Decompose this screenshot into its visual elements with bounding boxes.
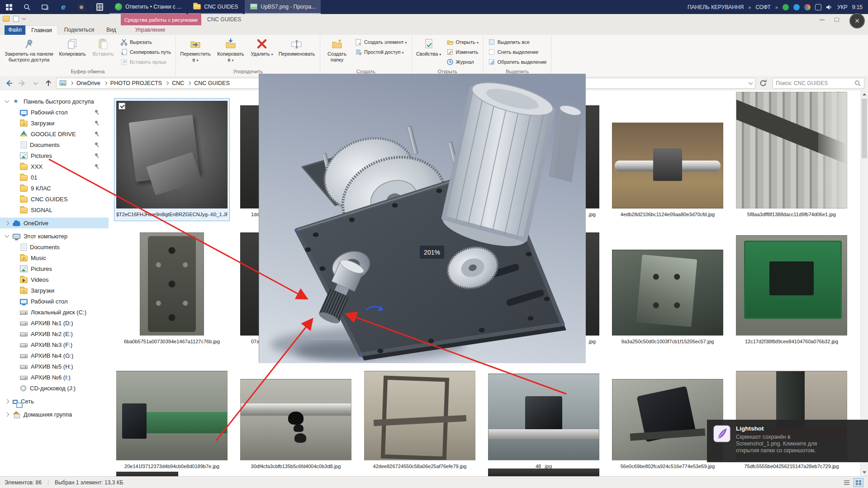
file-thumbnail[interactable] (736, 92, 847, 208)
file-thumbnail[interactable] (240, 379, 351, 460)
scrollbar-thumb[interactable] (862, 99, 867, 158)
sidebar-item-загрузки[interactable]: Загрузки (0, 285, 109, 296)
pin-to-quick-access-button[interactable]: Закрепить на панели быстрого доступа (2, 36, 56, 64)
tab-manage[interactable]: Управление (128, 25, 173, 35)
open-button[interactable]: Открыть (444, 37, 481, 47)
sidebar-item-pictures[interactable]: Pictures (0, 150, 109, 161)
tab-home[interactable]: Главная (25, 25, 58, 35)
file-thumbnail[interactable] (612, 123, 723, 208)
up-button[interactable] (43, 78, 54, 89)
select-all-button[interactable]: Выделить все (486, 37, 549, 47)
sidebar-item-01[interactable]: 01 (0, 172, 109, 183)
toolbar-soft[interactable]: СОФТ (755, 4, 771, 10)
scroll-up-arrow-icon[interactable] (861, 90, 868, 98)
clock[interactable]: 9:15 (852, 4, 863, 10)
sidebar-item-архив-3-f[interactable]: АРХИВ №3 (F:) (0, 339, 109, 350)
tray-color-icon[interactable] (804, 4, 811, 10)
breadcrumb-onedrive[interactable]: OneDrive (76, 80, 100, 86)
sidebar-section-панель-быстрого-доступа[interactable]: Панель быстрого доступа (0, 96, 109, 107)
tray-green-icon[interactable] (783, 4, 789, 10)
taskbar-window-image-viewer[interactable]: UpBS7.png - Програ... (245, 0, 321, 14)
sidebar-item-music[interactable]: Music (0, 252, 109, 263)
toolbar-control-panel[interactable]: ПАНЕЛЬ КЕРУВАННЯ (688, 4, 744, 10)
tab-file[interactable]: Файл (5, 25, 25, 35)
sidebar-item-загрузки[interactable]: Загрузки (0, 118, 109, 128)
sidebar-item-signal[interactable]: SIGNAL (0, 204, 109, 215)
sidebar-section-сеть[interactable]: Сеть (0, 396, 109, 407)
tab-view[interactable]: Вид (100, 25, 122, 35)
search-box[interactable] (773, 78, 864, 89)
sidebar-item-архив-1-d[interactable]: АРХИВ №1 (D:) (0, 317, 109, 328)
lightshot-notification[interactable]: Lightshot Скриншот сохранён в Screenshot… (707, 420, 868, 462)
taskbar-search-button[interactable] (18, 0, 36, 14)
file-thumbnail[interactable] (140, 232, 204, 336)
paste-shortcut-button[interactable]: Вставить ярлык (118, 57, 173, 67)
calculator-taskbar-button[interactable] (90, 0, 109, 14)
start-button[interactable] (0, 0, 18, 14)
sidebar-item-documents[interactable]: Documents (0, 242, 109, 252)
sidebar-item-pictures[interactable]: Pictures (0, 263, 109, 274)
sidebar-item-рабочий-стол[interactable]: Рабочий стол (0, 107, 109, 118)
file-thumbnail[interactable] (612, 250, 723, 336)
recent-locations-button[interactable] (30, 78, 41, 89)
copy-path-button[interactable]: Скопировать путь (118, 47, 173, 57)
speaker-icon[interactable] (826, 4, 833, 10)
properties-button[interactable]: Свойства (414, 36, 443, 59)
sidebar-item-cnc-guides[interactable]: CNC GUIDES (0, 194, 109, 204)
toolbar-overflow-chevron[interactable]: » (775, 5, 778, 10)
sidebar-section-домашняя-группа[interactable]: Домашняя группа (0, 409, 109, 420)
minimize-button[interactable] (820, 19, 825, 20)
delete-button[interactable]: Удалить (249, 36, 275, 59)
sidebar-item-9-клас[interactable]: 9 КЛАС (0, 183, 109, 194)
maximize-button[interactable] (835, 18, 839, 22)
toolbar-overflow-chevron[interactable]: » (748, 5, 751, 10)
image-viewer-overlay[interactable]: 201% (259, 74, 585, 363)
sidebar-item-архив-4-g[interactable]: АРХИВ №4 (G:) (0, 350, 109, 361)
sidebar-item-локальный-диск-c[interactable]: Локальный диск (C:) (0, 307, 109, 317)
taskbar-window-chat[interactable]: Ответить • Станки с ... (109, 0, 186, 14)
qat-properties-icon[interactable] (13, 16, 19, 22)
sidebar-item-архив-5-h[interactable]: АРХИВ №5 (H:) (0, 361, 109, 372)
details-view-button[interactable] (842, 478, 852, 487)
scroll-down-arrow-icon[interactable] (861, 469, 868, 476)
copy-to-button[interactable]: Копировать в (213, 36, 248, 65)
cut-button[interactable]: Вырезать (118, 37, 173, 47)
sidebar-item-videos[interactable]: Videos (0, 274, 109, 285)
file-thumbnail[interactable] (364, 371, 475, 460)
vertical-scrollbar[interactable] (860, 90, 868, 476)
sidebar-item-documents[interactable]: Documents (0, 139, 109, 150)
taskbar-window-explorer[interactable]: CNC GUIDES (188, 0, 243, 14)
sidebar-item-xxx[interactable]: XXX (0, 161, 109, 172)
file-thumbnail[interactable] (736, 235, 847, 336)
sidebar-item-архив-6-i[interactable]: АРХИВ №6 (I:) (0, 372, 109, 383)
rename-button[interactable]: Переименовать (276, 36, 318, 58)
copy-button[interactable]: Копировать (57, 36, 88, 58)
easy-access-button[interactable]: Простой доступ (352, 47, 409, 57)
tray-outline-icon[interactable] (815, 4, 821, 10)
file-thumbnail[interactable] (488, 374, 599, 460)
new-item-button[interactable]: Создать элемент (352, 37, 409, 47)
language-indicator[interactable]: УКР (837, 4, 848, 10)
history-button[interactable]: Журнал (444, 57, 481, 67)
breadcrumb-cnc[interactable]: CNC (172, 80, 184, 86)
breadcrumb-cnc-guides[interactable]: CNC GUIDES (194, 80, 229, 86)
select-none-button[interactable]: Снять выделение (486, 47, 549, 57)
task-view-button[interactable] (36, 0, 54, 14)
breadcrumb-photo-projects[interactable]: PHOTO PROJECTS (110, 80, 162, 86)
checkbox[interactable] (119, 103, 125, 109)
tray-blue-icon[interactable] (793, 4, 800, 10)
partial-thumbnail[interactable] (116, 472, 178, 476)
invert-selection-button[interactable]: Обратить выделение (486, 57, 549, 67)
large-icons-view-button[interactable] (854, 478, 863, 487)
refresh-button[interactable] (758, 78, 768, 89)
sidebar-item-рабочий-стол[interactable]: Рабочий стол (0, 296, 109, 307)
sidebar-item-архив-2-e[interactable]: АРХИВ №2 (E:) (0, 328, 109, 339)
dark-app-taskbar-button[interactable] (72, 0, 90, 14)
search-icon[interactable] (854, 80, 861, 87)
paste-button[interactable]: Вставить (89, 36, 117, 58)
move-to-button[interactable]: Переместить в (178, 36, 213, 65)
forward-button[interactable] (17, 78, 28, 89)
close-screenshot-button[interactable]: × (849, 13, 865, 28)
qat-customize-caret-icon[interactable] (22, 16, 26, 20)
new-folder-button[interactable]: Создать папку (323, 36, 351, 64)
